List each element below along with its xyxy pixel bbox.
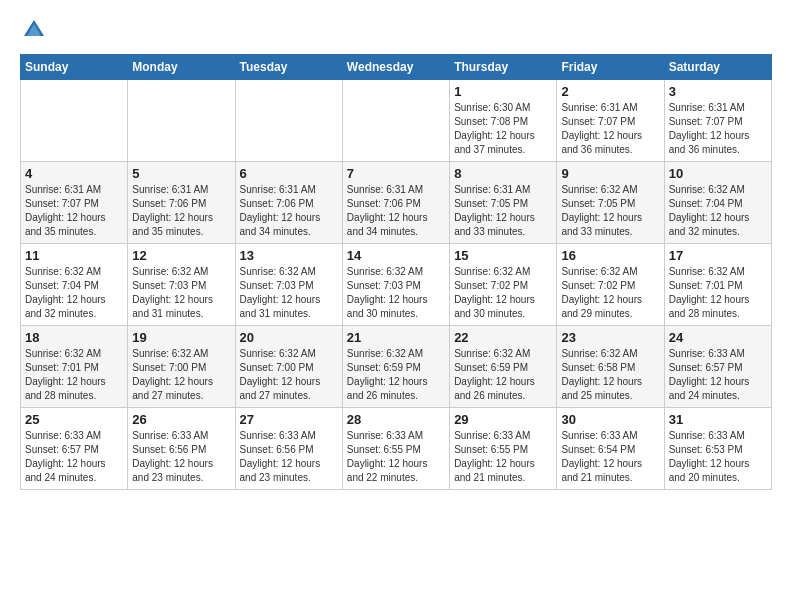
day-info: Sunrise: 6:33 AM Sunset: 6:56 PM Dayligh…	[240, 429, 338, 485]
day-cell: 25Sunrise: 6:33 AM Sunset: 6:57 PM Dayli…	[21, 408, 128, 490]
day-number: 7	[347, 166, 445, 181]
day-info: Sunrise: 6:31 AM Sunset: 7:07 PM Dayligh…	[561, 101, 659, 157]
day-cell: 1Sunrise: 6:30 AM Sunset: 7:08 PM Daylig…	[450, 80, 557, 162]
day-cell: 27Sunrise: 6:33 AM Sunset: 6:56 PM Dayli…	[235, 408, 342, 490]
day-info: Sunrise: 6:33 AM Sunset: 6:56 PM Dayligh…	[132, 429, 230, 485]
calendar-header: SundayMondayTuesdayWednesdayThursdayFrid…	[21, 55, 772, 80]
day-info: Sunrise: 6:33 AM Sunset: 6:54 PM Dayligh…	[561, 429, 659, 485]
header-day-friday: Friday	[557, 55, 664, 80]
day-cell: 12Sunrise: 6:32 AM Sunset: 7:03 PM Dayli…	[128, 244, 235, 326]
day-info: Sunrise: 6:31 AM Sunset: 7:07 PM Dayligh…	[25, 183, 123, 239]
day-number: 20	[240, 330, 338, 345]
day-info: Sunrise: 6:31 AM Sunset: 7:06 PM Dayligh…	[132, 183, 230, 239]
header-day-tuesday: Tuesday	[235, 55, 342, 80]
day-number: 8	[454, 166, 552, 181]
day-number: 11	[25, 248, 123, 263]
day-number: 16	[561, 248, 659, 263]
day-cell: 31Sunrise: 6:33 AM Sunset: 6:53 PM Dayli…	[664, 408, 771, 490]
day-cell: 16Sunrise: 6:32 AM Sunset: 7:02 PM Dayli…	[557, 244, 664, 326]
day-cell: 6Sunrise: 6:31 AM Sunset: 7:06 PM Daylig…	[235, 162, 342, 244]
day-info: Sunrise: 6:32 AM Sunset: 7:05 PM Dayligh…	[561, 183, 659, 239]
day-number: 18	[25, 330, 123, 345]
day-info: Sunrise: 6:30 AM Sunset: 7:08 PM Dayligh…	[454, 101, 552, 157]
day-info: Sunrise: 6:33 AM Sunset: 6:55 PM Dayligh…	[347, 429, 445, 485]
day-cell: 7Sunrise: 6:31 AM Sunset: 7:06 PM Daylig…	[342, 162, 449, 244]
day-number: 17	[669, 248, 767, 263]
day-cell: 17Sunrise: 6:32 AM Sunset: 7:01 PM Dayli…	[664, 244, 771, 326]
day-number: 15	[454, 248, 552, 263]
day-cell	[342, 80, 449, 162]
day-number: 23	[561, 330, 659, 345]
day-info: Sunrise: 6:32 AM Sunset: 7:02 PM Dayligh…	[561, 265, 659, 321]
day-cell: 24Sunrise: 6:33 AM Sunset: 6:57 PM Dayli…	[664, 326, 771, 408]
day-number: 28	[347, 412, 445, 427]
day-number: 25	[25, 412, 123, 427]
day-cell: 2Sunrise: 6:31 AM Sunset: 7:07 PM Daylig…	[557, 80, 664, 162]
day-number: 21	[347, 330, 445, 345]
day-number: 1	[454, 84, 552, 99]
day-number: 9	[561, 166, 659, 181]
day-info: Sunrise: 6:32 AM Sunset: 7:00 PM Dayligh…	[240, 347, 338, 403]
day-number: 24	[669, 330, 767, 345]
day-info: Sunrise: 6:32 AM Sunset: 7:04 PM Dayligh…	[669, 183, 767, 239]
day-info: Sunrise: 6:32 AM Sunset: 7:03 PM Dayligh…	[347, 265, 445, 321]
day-cell: 18Sunrise: 6:32 AM Sunset: 7:01 PM Dayli…	[21, 326, 128, 408]
day-number: 3	[669, 84, 767, 99]
day-info: Sunrise: 6:33 AM Sunset: 6:53 PM Dayligh…	[669, 429, 767, 485]
day-number: 2	[561, 84, 659, 99]
day-cell: 9Sunrise: 6:32 AM Sunset: 7:05 PM Daylig…	[557, 162, 664, 244]
day-info: Sunrise: 6:32 AM Sunset: 7:00 PM Dayligh…	[132, 347, 230, 403]
header-day-wednesday: Wednesday	[342, 55, 449, 80]
day-cell	[235, 80, 342, 162]
day-info: Sunrise: 6:31 AM Sunset: 7:06 PM Dayligh…	[240, 183, 338, 239]
day-number: 26	[132, 412, 230, 427]
day-info: Sunrise: 6:32 AM Sunset: 7:01 PM Dayligh…	[669, 265, 767, 321]
week-row-4: 25Sunrise: 6:33 AM Sunset: 6:57 PM Dayli…	[21, 408, 772, 490]
day-cell: 4Sunrise: 6:31 AM Sunset: 7:07 PM Daylig…	[21, 162, 128, 244]
day-cell: 14Sunrise: 6:32 AM Sunset: 7:03 PM Dayli…	[342, 244, 449, 326]
day-info: Sunrise: 6:31 AM Sunset: 7:07 PM Dayligh…	[669, 101, 767, 157]
header	[20, 16, 772, 44]
day-info: Sunrise: 6:32 AM Sunset: 6:59 PM Dayligh…	[347, 347, 445, 403]
day-info: Sunrise: 6:32 AM Sunset: 7:02 PM Dayligh…	[454, 265, 552, 321]
day-cell: 29Sunrise: 6:33 AM Sunset: 6:55 PM Dayli…	[450, 408, 557, 490]
day-number: 10	[669, 166, 767, 181]
day-cell: 30Sunrise: 6:33 AM Sunset: 6:54 PM Dayli…	[557, 408, 664, 490]
day-cell	[21, 80, 128, 162]
day-cell: 19Sunrise: 6:32 AM Sunset: 7:00 PM Dayli…	[128, 326, 235, 408]
day-cell: 21Sunrise: 6:32 AM Sunset: 6:59 PM Dayli…	[342, 326, 449, 408]
day-number: 30	[561, 412, 659, 427]
day-cell: 23Sunrise: 6:32 AM Sunset: 6:58 PM Dayli…	[557, 326, 664, 408]
header-day-saturday: Saturday	[664, 55, 771, 80]
page-container: SundayMondayTuesdayWednesdayThursdayFrid…	[0, 0, 792, 500]
header-day-sunday: Sunday	[21, 55, 128, 80]
day-cell: 13Sunrise: 6:32 AM Sunset: 7:03 PM Dayli…	[235, 244, 342, 326]
day-number: 14	[347, 248, 445, 263]
day-info: Sunrise: 6:32 AM Sunset: 6:59 PM Dayligh…	[454, 347, 552, 403]
day-info: Sunrise: 6:32 AM Sunset: 7:01 PM Dayligh…	[25, 347, 123, 403]
day-info: Sunrise: 6:32 AM Sunset: 7:04 PM Dayligh…	[25, 265, 123, 321]
day-cell: 28Sunrise: 6:33 AM Sunset: 6:55 PM Dayli…	[342, 408, 449, 490]
day-cell: 5Sunrise: 6:31 AM Sunset: 7:06 PM Daylig…	[128, 162, 235, 244]
calendar-table: SundayMondayTuesdayWednesdayThursdayFrid…	[20, 54, 772, 490]
day-number: 12	[132, 248, 230, 263]
day-number: 6	[240, 166, 338, 181]
header-day-thursday: Thursday	[450, 55, 557, 80]
day-number: 13	[240, 248, 338, 263]
day-cell: 26Sunrise: 6:33 AM Sunset: 6:56 PM Dayli…	[128, 408, 235, 490]
day-info: Sunrise: 6:31 AM Sunset: 7:05 PM Dayligh…	[454, 183, 552, 239]
calendar-body: 1Sunrise: 6:30 AM Sunset: 7:08 PM Daylig…	[21, 80, 772, 490]
day-info: Sunrise: 6:32 AM Sunset: 7:03 PM Dayligh…	[240, 265, 338, 321]
day-info: Sunrise: 6:33 AM Sunset: 6:55 PM Dayligh…	[454, 429, 552, 485]
day-info: Sunrise: 6:32 AM Sunset: 7:03 PM Dayligh…	[132, 265, 230, 321]
day-number: 22	[454, 330, 552, 345]
day-number: 27	[240, 412, 338, 427]
day-number: 31	[669, 412, 767, 427]
day-cell: 15Sunrise: 6:32 AM Sunset: 7:02 PM Dayli…	[450, 244, 557, 326]
logo-icon	[20, 16, 48, 44]
day-cell: 20Sunrise: 6:32 AM Sunset: 7:00 PM Dayli…	[235, 326, 342, 408]
day-number: 5	[132, 166, 230, 181]
day-cell: 3Sunrise: 6:31 AM Sunset: 7:07 PM Daylig…	[664, 80, 771, 162]
day-cell: 11Sunrise: 6:32 AM Sunset: 7:04 PM Dayli…	[21, 244, 128, 326]
day-cell: 8Sunrise: 6:31 AM Sunset: 7:05 PM Daylig…	[450, 162, 557, 244]
